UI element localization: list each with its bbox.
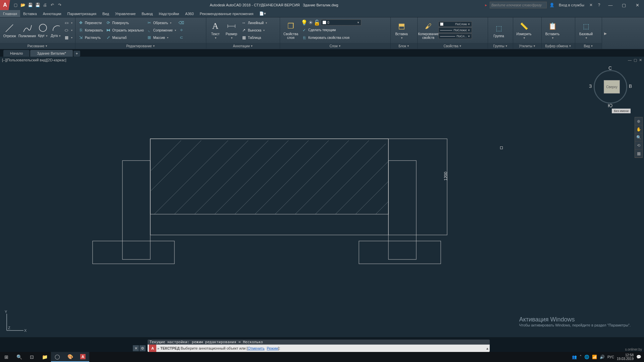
measure-button[interactable]: 📏 Измерить▼ bbox=[515, 18, 533, 42]
tab-featured[interactable]: Рекомендованные приложения bbox=[197, 10, 257, 17]
circle-button[interactable]: Круг▼ bbox=[37, 18, 49, 42]
cmd-close-icon[interactable]: ✕ bbox=[133, 345, 139, 351]
viewcube-label[interactable]: Без имени bbox=[612, 109, 631, 113]
viewcube[interactable]: С Ю В З Сверху bbox=[590, 67, 631, 107]
compass-west[interactable]: З bbox=[589, 83, 592, 89]
table-button[interactable]: ▦Таблица bbox=[240, 34, 268, 41]
autocad-taskbar-icon[interactable]: A bbox=[76, 352, 89, 362]
move-button[interactable]: ✥Перенести bbox=[77, 19, 104, 26]
exchange-icon[interactable]: ✕ bbox=[588, 2, 594, 8]
explode-button[interactable]: ✧ bbox=[178, 27, 185, 34]
help-icon[interactable]: ? bbox=[596, 2, 602, 8]
match-props-button[interactable]: 🖌 Копирование свойств bbox=[420, 18, 437, 42]
saveas-icon[interactable]: 💾 bbox=[35, 2, 40, 8]
close-button[interactable]: ✕ bbox=[631, 0, 644, 10]
signin-icon[interactable]: 👤 bbox=[549, 2, 555, 8]
people-icon[interactable]: 👥 bbox=[572, 355, 577, 359]
make-current-button[interactable]: ✓Сделать текущим bbox=[301, 27, 361, 34]
undo-icon[interactable]: ↶ bbox=[50, 2, 55, 8]
cmd-undo-link[interactable]: Отменить bbox=[248, 346, 264, 350]
compass-north[interactable]: С bbox=[608, 65, 612, 71]
orbit-icon[interactable]: ⟲ bbox=[635, 141, 642, 149]
maximize-button[interactable]: ▢ bbox=[617, 0, 631, 10]
compass-south[interactable]: Ю bbox=[608, 103, 612, 108]
rect-button[interactable]: ▭▾ bbox=[63, 19, 73, 26]
linetype-combo[interactable]: ПоСл...▼ bbox=[438, 34, 472, 39]
tab-extra-icon[interactable]: 📄▾ bbox=[256, 10, 269, 17]
app2-icon[interactable]: 🎨 bbox=[64, 352, 76, 362]
steering-wheel-icon[interactable]: ⊕ bbox=[635, 117, 642, 125]
showmotion-icon[interactable]: ▦ bbox=[635, 149, 642, 158]
tab-view[interactable]: Вид bbox=[99, 10, 112, 17]
cmd-mode-link[interactable]: Режим bbox=[267, 346, 278, 350]
add-tab-button[interactable]: + bbox=[73, 51, 80, 57]
tab-manage[interactable]: Управление bbox=[112, 10, 139, 17]
open-icon[interactable]: 📂 bbox=[20, 2, 25, 8]
erase-button[interactable]: ⌫ bbox=[178, 19, 185, 26]
tray-up-icon[interactable]: ˄ bbox=[580, 355, 582, 359]
dimension-button[interactable]: Размер▼ bbox=[224, 18, 239, 42]
redo-icon[interactable]: ↷ bbox=[57, 2, 62, 8]
layer-combo[interactable]: 0▼ bbox=[321, 19, 361, 25]
tab-home[interactable]: Главная bbox=[0, 10, 20, 17]
tab-insert[interactable]: Вставка bbox=[20, 10, 40, 17]
new-icon[interactable]: ▢ bbox=[13, 2, 18, 8]
linear-dim-button[interactable]: ↔Линейный▾ bbox=[240, 19, 268, 26]
drawing-canvas[interactable] bbox=[0, 57, 644, 337]
pan-icon[interactable]: ✋ bbox=[635, 125, 642, 133]
keyword-search-input[interactable]: Введите ключевое слово/фразу bbox=[490, 2, 547, 8]
lang-indicator[interactable]: РУС bbox=[607, 355, 614, 359]
tab-start[interactable]: Начало bbox=[3, 50, 30, 57]
tab-annotate[interactable]: Аннотации bbox=[40, 10, 64, 17]
tab-drawing[interactable]: Здание Виталик* bbox=[30, 50, 73, 57]
tab-output[interactable]: Вывод bbox=[139, 10, 156, 17]
stretch-button[interactable]: ⇲Растянуть bbox=[77, 34, 104, 41]
tab-addins[interactable]: Надстройки bbox=[156, 10, 182, 17]
scale-button[interactable]: ⤢Масштаб bbox=[105, 34, 145, 41]
insert-block-button[interactable]: ⬒ Вставка▼ bbox=[393, 18, 410, 42]
offset-button[interactable]: ⊂ bbox=[178, 34, 185, 41]
tab-a360[interactable]: A360 bbox=[182, 10, 197, 17]
clock[interactable]: 12:58 19.03.2019 bbox=[617, 353, 634, 361]
rotate-button[interactable]: ⟳Повернуть bbox=[105, 19, 145, 26]
explorer-icon[interactable]: 📁 bbox=[38, 352, 51, 362]
volume-icon[interactable]: 🔊 bbox=[600, 355, 605, 359]
network-icon[interactable]: 🌐 bbox=[584, 355, 589, 359]
layer-props-button[interactable]: ❐ Свойства слоя bbox=[282, 18, 300, 42]
base-view-button[interactable]: ⬚ Базовый▼ bbox=[577, 18, 595, 42]
fillet-button[interactable]: ◟Сопряжение▾ bbox=[146, 27, 177, 34]
cmd-history-toggle[interactable]: ▲ bbox=[486, 347, 489, 350]
trim-button[interactable]: ✂Обрезать▾ bbox=[146, 19, 177, 26]
notifications-icon[interactable]: 💬 bbox=[636, 355, 641, 359]
compass-east[interactable]: В bbox=[629, 83, 632, 89]
ellipse-button[interactable]: ⬭▾ bbox=[63, 27, 73, 34]
copy-layer-props-button[interactable]: ⎘Копировать свойства слоя bbox=[301, 35, 361, 41]
polyline-button[interactable]: Полилиния bbox=[18, 18, 36, 42]
hatch-button[interactable]: ▦▾ bbox=[63, 34, 73, 41]
arc-button[interactable]: Дуга▼ bbox=[50, 18, 62, 42]
app-logo-icon[interactable]: A bbox=[0, 0, 10, 10]
tab-parametric[interactable]: Параметризация bbox=[64, 10, 99, 17]
paste-button[interactable]: 📋 Вставить▼ bbox=[544, 18, 561, 42]
chrome-icon[interactable]: ◯ bbox=[51, 352, 64, 362]
array-button[interactable]: ⊞Массив▾ bbox=[146, 34, 177, 41]
group-button[interactable]: ⬚ Группа bbox=[490, 18, 507, 42]
signin-button[interactable]: Вход в службы bbox=[557, 3, 586, 7]
mirror-button[interactable]: ⧓Отразить зеркально bbox=[105, 27, 145, 34]
zoom-icon[interactable]: 🔍 bbox=[635, 133, 642, 141]
minimize-button[interactable]: — bbox=[604, 0, 617, 10]
wifi-icon[interactable]: 📶 bbox=[592, 355, 597, 359]
taskview-button[interactable]: ⊡ bbox=[25, 352, 38, 362]
viewcube-top-face[interactable]: Сверху bbox=[604, 80, 620, 94]
command-input[interactable]: ✕ ⚙ A ▸ ТЕКСТРЕД Выберите аннотационный … bbox=[148, 345, 490, 352]
copy-button[interactable]: ⎘Копировать bbox=[77, 27, 104, 34]
leader-button[interactable]: ↗Выноска▾ bbox=[240, 27, 268, 34]
text-button[interactable]: A Текст▼ bbox=[208, 18, 222, 42]
line-button[interactable]: Отрезок bbox=[2, 18, 17, 42]
ribbon-scroll-right[interactable]: ▸ bbox=[602, 17, 609, 49]
search-button[interactable]: 🔍 bbox=[13, 352, 25, 362]
cmd-options-icon[interactable]: ⚙ bbox=[140, 345, 146, 351]
lineweight-combo[interactable]: ПоСлоюс▼ bbox=[438, 27, 472, 33]
print-icon[interactable]: 🖨 bbox=[42, 2, 48, 8]
start-button[interactable]: ⊞ bbox=[0, 352, 13, 362]
